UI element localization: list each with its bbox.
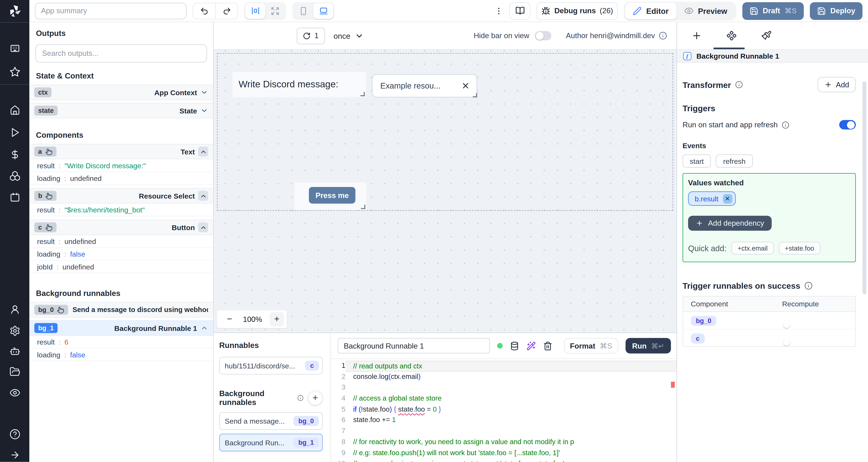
windmill-logo[interactable]: [7, 4, 22, 18]
resource-select-component[interactable]: Example resou...: [372, 74, 477, 97]
press-me-button[interactable]: Press me: [309, 187, 355, 204]
code-line[interactable]: 7: [331, 426, 677, 437]
code-line[interactable]: 9// e.g: state.foo.push(1) will not work…: [331, 448, 677, 459]
home-icon[interactable]: [9, 105, 20, 116]
quick-add-ctx-email[interactable]: +ctx.email: [732, 242, 774, 254]
clear-selection-icon[interactable]: [461, 81, 470, 90]
app-summary-input[interactable]: [35, 2, 187, 19]
debug-runs-button[interactable]: Debug runs (26): [537, 2, 618, 20]
help-icon[interactable]: [9, 429, 20, 440]
calendar-icon[interactable]: [9, 192, 20, 202]
runnable-item-bg1[interactable]: Background Run... bg_1: [219, 434, 323, 451]
code-line[interactable]: 2console.log(ctx.email): [331, 372, 677, 383]
search-outputs-input[interactable]: [35, 44, 207, 62]
code-line[interactable]: 1// read outputs and ctx: [331, 361, 677, 371]
cache-icon[interactable]: [509, 341, 519, 351]
deploy-button[interactable]: Deploy: [810, 2, 863, 20]
docs-button[interactable]: [509, 2, 531, 20]
fullscreen-layout-button[interactable]: [265, 3, 285, 19]
eye-icon[interactable]: [9, 387, 20, 398]
run-button[interactable]: Run ⌘↵: [625, 338, 671, 353]
desktop-view-button[interactable]: [313, 3, 333, 19]
resize-handle[interactable]: [473, 93, 477, 97]
insert-component-tab[interactable]: [691, 31, 702, 41]
bg0-row[interactable]: bg_0 Send a message to discord using web…: [29, 302, 213, 318]
robot-icon[interactable]: [9, 346, 20, 357]
tab-preview[interactable]: Preview: [676, 2, 735, 19]
undo-button[interactable]: [193, 3, 215, 19]
runnable-item-bg0[interactable]: Send a message... bg_0: [219, 412, 323, 430]
draft-button[interactable]: Draft ⌘S: [742, 2, 804, 20]
code-line[interactable]: 10// you may also just reassign as next …: [331, 459, 677, 462]
chevron-up-icon[interactable]: [198, 223, 208, 232]
component-row-c[interactable]: c Button: [29, 220, 213, 235]
event-chip-refresh[interactable]: refresh: [716, 155, 753, 168]
boxes-icon[interactable]: [9, 170, 20, 182]
code-line[interactable]: 3: [331, 383, 677, 393]
ctx-badge: ctx: [34, 87, 52, 97]
editor-preview-toggle: Editor Preview: [624, 1, 736, 20]
chevron-up-icon[interactable]: [198, 191, 208, 201]
code-line[interactable]: 6state.foo += 1: [331, 415, 677, 426]
user-icon[interactable]: [9, 304, 20, 315]
redo-button[interactable]: [215, 3, 238, 19]
code-line[interactable]: 4// access a global state store: [331, 393, 677, 404]
topbar: Debug runs (26) Editor Preview Draft: [29, 0, 868, 22]
run-mode-dropdown[interactable]: once: [334, 31, 364, 40]
centered-layout-button[interactable]: [245, 3, 265, 19]
dependency-chip[interactable]: b.result: [688, 191, 736, 206]
run-on-start-toggle[interactable]: [839, 120, 856, 130]
button-component-wrapper[interactable]: Press me: [294, 183, 367, 210]
output-row-ctx[interactable]: ctx App Context: [29, 85, 213, 100]
component-settings-tab[interactable]: [726, 31, 737, 41]
code-line[interactable]: 8// for reactivity to work, you need to …: [331, 437, 677, 448]
add-dependency-button[interactable]: Add dependency: [688, 216, 772, 231]
component-row-b[interactable]: b Resource Select: [29, 188, 213, 204]
ai-wand-icon[interactable]: [526, 341, 536, 351]
zoom-in-button[interactable]: +: [270, 312, 284, 327]
triggers-title-row: Triggers: [683, 103, 856, 113]
trash-icon[interactable]: [543, 341, 552, 351]
gear-icon[interactable]: [9, 325, 20, 336]
arrow-right-icon[interactable]: [9, 450, 20, 460]
hand-pointer-icon: [57, 306, 64, 314]
preview-label: Preview: [698, 6, 727, 15]
app-canvas[interactable]: Write Discord message: Example resou... …: [214, 50, 676, 332]
chevron-up-icon[interactable]: [198, 146, 208, 157]
more-menu-icon[interactable]: [494, 6, 503, 15]
styling-tab[interactable]: [761, 31, 772, 41]
add-background-runnable-button[interactable]: [308, 390, 323, 405]
hide-bar-toggle[interactable]: [535, 31, 552, 40]
quick-add-state-foo[interactable]: +state.foo: [779, 242, 820, 254]
text-component[interactable]: Write Discord message:: [232, 72, 366, 97]
resize-handle[interactable]: [361, 205, 365, 209]
output-row-state[interactable]: state State: [29, 103, 213, 118]
add-transformer-button[interactable]: Add: [817, 77, 856, 92]
canvas-toolbar: 1 once Hide bar on view Author henri@win…: [214, 22, 676, 50]
format-button[interactable]: Format ⌘S: [564, 338, 618, 353]
component-row-a[interactable]: a Text: [29, 144, 213, 159]
background-runnables-title: Background runnables: [36, 289, 213, 298]
event-chip-start[interactable]: start: [683, 155, 711, 168]
folder-icon[interactable]: [9, 366, 20, 377]
draft-shortcut: ⌘S: [785, 7, 797, 15]
device-toggle-group: [292, 2, 334, 20]
code-area[interactable]: 1// read outputs and ctx2console.log(ctx…: [331, 359, 677, 462]
remove-dependency-icon[interactable]: [723, 194, 732, 203]
dollar-icon[interactable]: [9, 150, 20, 160]
runnable-item-hub[interactable]: hub/1511/discord/se... c: [219, 357, 323, 374]
code-line[interactable]: 5if (!state.foo) { state.foo = 0 }: [331, 404, 677, 415]
refresh-count-button[interactable]: 1: [297, 27, 325, 44]
runnable-name-input[interactable]: [338, 338, 490, 353]
resize-handle[interactable]: [361, 92, 365, 96]
bg1-row[interactable]: bg_1 Background Runnable 1: [29, 320, 213, 336]
play-icon[interactable]: [9, 127, 20, 138]
building-icon[interactable]: [9, 43, 20, 54]
panel-scrollbar[interactable]: [862, 81, 866, 294]
deploy-label: Deploy: [830, 7, 855, 15]
zoom-out-button[interactable]: −: [224, 314, 236, 325]
star-icon[interactable]: [9, 66, 20, 77]
tab-editor[interactable]: Editor: [625, 2, 677, 19]
ctx-type-label: App Context: [154, 88, 197, 96]
mobile-view-button[interactable]: [293, 3, 313, 19]
